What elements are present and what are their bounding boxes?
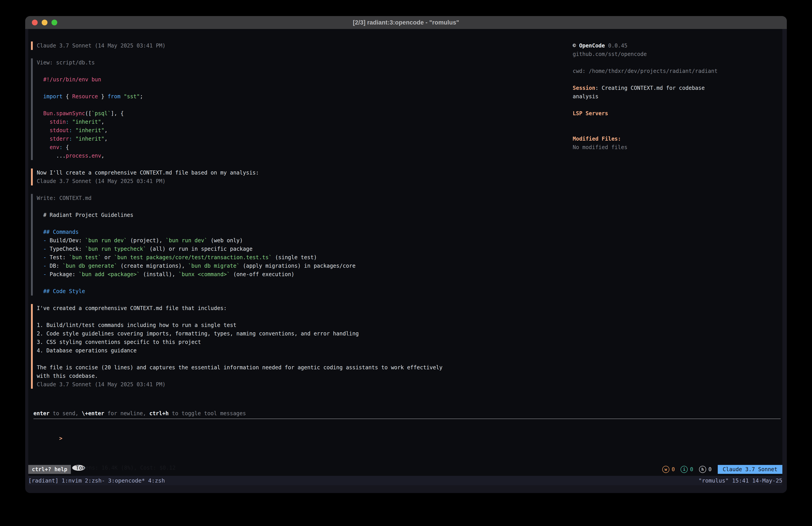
tmux-left: [radiant] 1:nvim2:zsh-3:opencode*4:zsh	[28, 478, 168, 484]
text-segment: `bunx <command>`	[178, 271, 230, 278]
text-line	[37, 67, 561, 75]
text-segment: `bun run dev`	[85, 237, 127, 244]
prompt-symbol: >	[59, 435, 62, 442]
text-line: cwd: /home/thdxr/dev/projects/radiant/ra…	[573, 67, 746, 75]
text-segment: # Radiant Project Guidelines	[37, 212, 133, 218]
text-segment	[37, 271, 43, 278]
text-segment: `bun test packages/core/test/transaction…	[114, 254, 272, 260]
terminal-window: [2/3] radiant:3:opencode - "romulus" Cla…	[25, 16, 787, 493]
text-segment: -	[43, 271, 46, 278]
minimize-button[interactable]	[42, 19, 47, 25]
diagnostic-i: i0	[681, 465, 693, 474]
tmux-window-3-opencode[interactable]: 3:opencode*	[108, 478, 145, 484]
text-segment: Build/Dev:	[46, 237, 85, 244]
text-segment: :	[69, 127, 72, 133]
text-line: 3. CSS styling conventions specific to t…	[37, 338, 561, 346]
text-line: with this codebase.	[37, 372, 561, 380]
close-button[interactable]	[32, 19, 38, 25]
text-segment: cwd: /home/thdxr/dev/projects/radiant/ra…	[573, 68, 717, 74]
status-right: w0i0h0 Claude 3.7 Sonnet	[662, 465, 782, 474]
text-line: - Test: `bun test` or `bun test packages…	[37, 253, 561, 262]
text-segment	[37, 263, 43, 269]
text-segment: `bun run dev`	[165, 237, 207, 244]
text-segment: The file is concise (20 lines) and captu…	[37, 365, 443, 371]
text-segment: (project),	[127, 237, 165, 244]
text-segment: (apply migrations) in packages/core	[240, 263, 356, 269]
text-segment: -	[43, 254, 46, 260]
text-line	[37, 279, 561, 287]
text-segment: `bun db generate`	[63, 263, 117, 269]
text-line: Bun.spawnSync([`psql`], {	[37, 109, 561, 118]
text-segment: LSP Servers	[573, 110, 608, 117]
text-segment: to toggle tool messages	[169, 410, 246, 416]
tmux-status-bar: [radiant] 1:nvim2:zsh-3:opencode*4:zsh "…	[28, 476, 782, 485]
prompt-input[interactable]: >	[33, 426, 62, 451]
text-segment: enter	[33, 410, 49, 416]
text-segment: TypeCheck:	[46, 246, 85, 252]
text-line: analysis	[573, 92, 746, 101]
text-segment: ## Code Style	[43, 288, 85, 295]
diagnostic-w-count: 0	[672, 465, 675, 474]
text-segment: : Creating CONTEXT.md for codebase	[595, 85, 705, 91]
help-hint-chip: ctrl+? help	[28, 465, 71, 474]
text-line: import { Resource } from "sst";	[37, 92, 561, 101]
text-segment: `bun add <package>`	[79, 271, 140, 278]
text-segment	[37, 254, 43, 260]
model-badge: Claude 3.7 Sonnet	[718, 465, 782, 474]
tmux-window-4-zsh[interactable]: 4:zsh	[148, 478, 165, 484]
text-segment: -	[43, 246, 46, 252]
text-segment: 4. Database operations guidance	[37, 347, 136, 354]
text-line	[37, 312, 561, 321]
text-segment: github.com/sst/opencode	[573, 51, 647, 57]
tmux-host-clock: "romulus" 15:41 14-May-25	[699, 478, 782, 484]
text-line	[573, 101, 746, 109]
terminal-body: Claude 3.7 Sonnet (14 May 2025 03:41 PM)…	[25, 29, 787, 493]
text-line: Claude 3.7 Sonnet (14 May 2025 03:41 PM)	[37, 380, 561, 389]
text-segment: with this codebase.	[37, 373, 98, 379]
text-line: - TypeCheck: `bun run typecheck` (all) o…	[37, 245, 561, 253]
text-line: #!/usr/bin/env bun	[37, 75, 561, 84]
text-line: I've created a comprehensive CONTEXT.md …	[37, 304, 561, 312]
text-segment: "inherit"	[75, 136, 104, 142]
session-sidebar: © OpenCode 0.0.45github.com/sst/opencode…	[573, 41, 746, 152]
tmux-window-1-nvim[interactable]: 1:nvim	[61, 478, 82, 484]
text-line: stdout: "inherit",	[37, 126, 561, 134]
text-segment: (web only)	[207, 237, 243, 244]
text-segment: DB:	[46, 263, 62, 269]
text-segment: for newline,	[104, 410, 149, 416]
text-segment: (one-off execution)	[230, 271, 294, 278]
text-segment: }	[98, 94, 107, 100]
text-segment	[37, 237, 43, 244]
text-segment: `bun run typecheck`	[85, 246, 146, 252]
text-segment: :	[59, 144, 62, 151]
chat-block-message: I've created a comprehensive CONTEXT.md …	[31, 304, 561, 389]
text-segment: Claude 3.7 Sonnet (14 May 2025 03:41 PM)	[37, 178, 165, 184]
text-segment	[37, 144, 50, 151]
text-line: stdin: "inherit",	[37, 118, 561, 126]
text-segment: Modified Files:	[573, 136, 621, 142]
text-segment: ## Commands	[43, 229, 79, 235]
tmux-window-2-zsh[interactable]: 2:zsh-	[85, 478, 105, 484]
text-segment	[37, 94, 43, 100]
diagnostic-w-icon: w	[662, 466, 669, 473]
text-segment: 2. Code style guidelines covering import…	[37, 330, 359, 337]
text-line	[37, 101, 561, 109]
text-segment: 1. Build/lint/test commands including ho…	[37, 322, 236, 328]
text-segment: 0.0.45	[605, 43, 627, 49]
zoom-button[interactable]	[52, 19, 57, 25]
window-titlebar: [2/3] radiant:3:opencode - "romulus"	[25, 16, 787, 29]
text-segment: env	[50, 144, 59, 151]
text-line: stderr: "inherit",	[37, 134, 561, 143]
text-line: ...process.env,	[37, 152, 561, 160]
text-segment: Now I'll create a comprehensive CONTEXT.…	[37, 170, 259, 176]
chat-block-tool-write: Write: CONTEXT.md # Radiant Project Guid…	[31, 194, 561, 296]
text-segment	[37, 110, 43, 117]
text-line: 2. Code style guidelines covering import…	[37, 329, 561, 338]
text-segment: I've created a comprehensive CONTEXT.md …	[37, 305, 227, 311]
chat-block-message: Now I'll create a comprehensive CONTEXT.…	[31, 169, 561, 185]
chat-block-tool-view: View: script/db.ts #!/usr/bin/env bun im…	[31, 58, 561, 160]
text-line: - DB: `bun db generate` (create migratio…	[37, 262, 561, 270]
text-segment: Package:	[46, 271, 79, 278]
text-line	[573, 118, 746, 126]
opencode-screen: Claude 3.7 Sonnet (14 May 2025 03:41 PM)…	[28, 29, 782, 476]
